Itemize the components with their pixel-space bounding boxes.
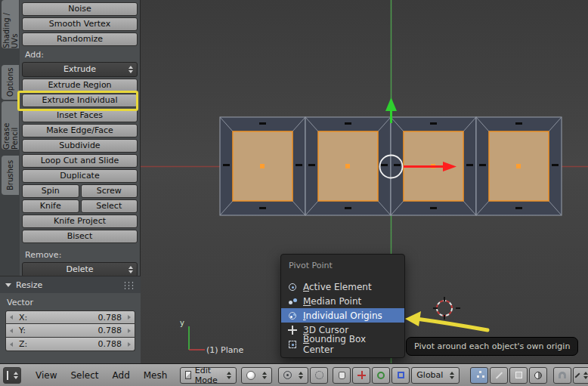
vector-y-value: 0.788: [98, 326, 122, 335]
3d-cursor-icon: [287, 325, 298, 335]
vector-y-label: Y:: [19, 326, 26, 335]
translate-icon: [357, 371, 366, 379]
menu-item-label: Individual Origins: [303, 310, 382, 321]
delete-menu-label: Delete: [66, 264, 93, 274]
select-mode-vertex-button[interactable]: [470, 367, 488, 384]
mode-label: Edit Mode: [195, 366, 220, 385]
vector-z-value: 0.788: [98, 339, 122, 349]
subdivide-button[interactable]: Subdivide: [22, 139, 138, 153]
updown-arrows-icon: [450, 372, 454, 379]
inset-faces-button[interactable]: Inset Faces: [22, 109, 138, 122]
tab-options[interactable]: Options: [2, 65, 19, 100]
select-mode-edge-button[interactable]: [490, 367, 508, 384]
magnet-icon: [559, 372, 566, 378]
editor-type-button[interactable]: [3, 367, 21, 384]
tab-grease-pencil[interactable]: Grease Pencil: [2, 101, 19, 150]
tab-brushes[interactable]: Brushes: [2, 156, 19, 195]
stepper-right-icon[interactable]: [128, 315, 131, 320]
orientation-dropdown[interactable]: Global: [411, 367, 460, 384]
add-label: Add:: [25, 50, 136, 60]
menu-item-label: Active Element: [303, 282, 372, 292]
knife-select-button[interactable]: Select: [81, 199, 138, 213]
extrude-individual-button[interactable]: Extrude Individual: [22, 94, 138, 107]
extrude-region-button[interactable]: Extrude Region: [22, 79, 138, 92]
mode-dropdown[interactable]: Edit Mode: [180, 367, 237, 384]
updown-arrows-icon: [128, 66, 133, 73]
menu-item-median-point[interactable]: Median Point: [281, 294, 404, 308]
manipulator-toggle[interactable]: [333, 367, 351, 384]
delete-menu[interactable]: Delete: [22, 262, 138, 277]
snap-toggle[interactable]: [553, 367, 571, 384]
pivot-orbit-icon: [283, 371, 292, 379]
bounding-box-icon: [287, 339, 298, 350]
updown-arrows-icon: [128, 266, 133, 273]
make-edge-face-button[interactable]: Make Edge/Face: [22, 124, 138, 137]
manipulator-translate-button[interactable]: [352, 367, 370, 384]
viewport-shading-sphere-icon: [246, 371, 255, 380]
snap-element-icon: [574, 372, 580, 378]
hand-icon: [339, 372, 345, 379]
randomize-button[interactable]: Randomize: [22, 32, 138, 46]
stepper-left-icon[interactable]: [10, 329, 13, 333]
tab-shading-uvs[interactable]: Shading / UVs: [2, 0, 19, 48]
pivot-point-menu: Pivot Point Active Element Median Point …: [280, 254, 405, 358]
menu-item-label: Bounding Box Center: [303, 334, 398, 355]
stepper-right-icon[interactable]: [128, 329, 131, 333]
stepper-left-icon[interactable]: [10, 315, 13, 320]
shading-dropdown[interactable]: [241, 367, 272, 384]
collapse-triangle-icon: [5, 283, 11, 287]
bisect-button[interactable]: Bisect: [22, 230, 138, 243]
updown-arrows-icon: [262, 372, 267, 379]
extrude-menu[interactable]: Extrude: [22, 62, 138, 77]
select-mode-face-button[interactable]: [509, 367, 528, 384]
updown-arrows-icon: [583, 372, 588, 379]
menu-item-active-element[interactable]: Active Element: [281, 279, 404, 294]
updown-arrows-icon: [227, 372, 231, 379]
smooth-vertex-button[interactable]: Smooth Vertex: [22, 17, 138, 31]
screw-button[interactable]: Screw: [81, 184, 138, 198]
face-select-icon: [515, 372, 522, 378]
vertex-select-icon: [477, 375, 479, 378]
tooltip: Pivot around each object's own origin: [406, 337, 578, 356]
menu-item-individual-origins[interactable]: Individual Origins: [281, 308, 404, 323]
knife-button[interactable]: Knife: [22, 199, 79, 213]
menu-add[interactable]: Add: [106, 370, 137, 381]
menu-item-bounding-box-center[interactable]: Bounding Box Center: [281, 337, 404, 351]
panel-drag-dots-icon[interactable]: [123, 281, 135, 289]
individual-origins-icon: [287, 310, 298, 321]
manipulator-rotate-button[interactable]: [372, 367, 390, 384]
remove-label: Remove:: [25, 250, 136, 260]
stepper-left-icon[interactable]: [10, 342, 13, 347]
snap-element-dropdown[interactable]: [573, 367, 588, 384]
occlude-icon: [534, 372, 542, 379]
vector-y-field[interactable]: Y: 0.788: [5, 324, 135, 338]
pivot-point-dropdown[interactable]: [278, 367, 308, 384]
edit-mode-cube-icon: [185, 371, 191, 379]
knife-project-button[interactable]: Knife Project: [22, 215, 138, 228]
vector-z-field[interactable]: Z: 0.788: [5, 338, 135, 351]
resize-panel: Resize Vector X: 0.788 Y: 0.788 Z: 0.788: [0, 276, 141, 363]
orientation-label: Global: [416, 370, 443, 380]
vector-x-value: 0.788: [98, 313, 122, 323]
noise-button[interactable]: Noise: [22, 2, 138, 16]
spin-button[interactable]: Spin: [22, 184, 79, 198]
pivot-menu-title: Pivot Point: [281, 255, 404, 279]
vector-x-field[interactable]: X: 0.788: [5, 310, 135, 324]
limit-visible-toggle[interactable]: [529, 367, 547, 384]
menu-view[interactable]: View: [29, 370, 63, 381]
menu-mesh[interactable]: Mesh: [137, 370, 175, 381]
menu-select[interactable]: Select: [63, 370, 105, 381]
resize-panel-header[interactable]: Resize: [0, 276, 141, 293]
pivot-align-toggle[interactable]: [310, 367, 328, 384]
menu-item-label: Median Point: [303, 296, 361, 307]
updown-arrows-icon: [14, 372, 18, 379]
manipulator-scale-button[interactable]: [391, 367, 410, 384]
rotate-icon: [377, 372, 385, 379]
edge-select-icon: [496, 372, 503, 378]
scale-icon: [398, 372, 404, 378]
vector-x-label: X:: [19, 313, 27, 323]
loop-cut-slide-button[interactable]: Loop Cut and Slide: [22, 154, 138, 168]
stepper-right-icon[interactable]: [128, 342, 131, 347]
duplicate-button[interactable]: Duplicate: [22, 169, 138, 183]
updown-arrows-icon: [299, 372, 303, 379]
